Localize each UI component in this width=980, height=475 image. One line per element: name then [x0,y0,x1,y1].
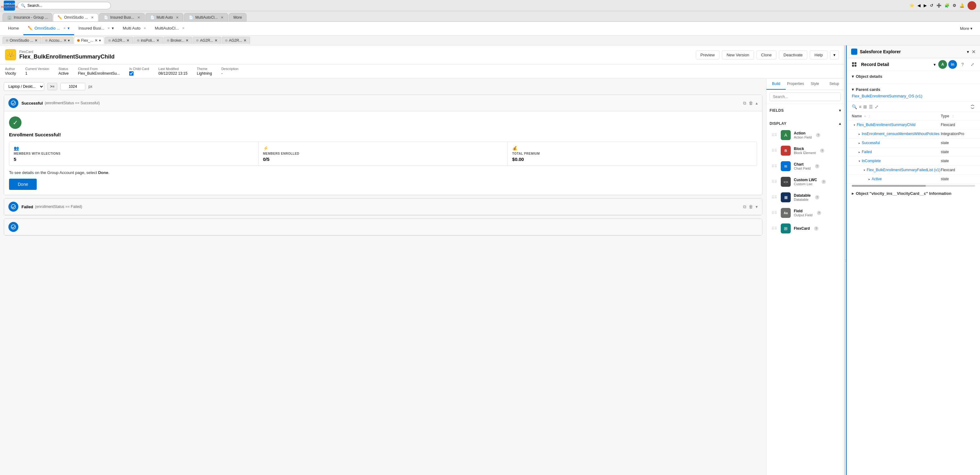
extension-icon[interactable]: 🧩 [945,3,950,8]
node-name-incomplete[interactable]: InComplete [862,159,941,163]
lwc-help-icon[interactable]: ? [821,180,826,184]
subtab-inspoli-close[interactable]: ✕ [156,38,159,43]
sf-subtab-ag2r3[interactable]: AG2R... ✕ [222,37,250,44]
new-version-button[interactable]: New Version [722,51,754,59]
object-details-header[interactable]: ▾ Object details [852,74,975,79]
block-help-icon[interactable]: ? [820,148,824,153]
explorer-dropdown[interactable]: ▾ [967,49,969,54]
toggle-failed[interactable]: ▸ [857,149,862,154]
browser-tab-more[interactable]: More [229,13,247,21]
tree-columns-icon[interactable]: ⊞ [863,104,867,109]
tree-list-icon[interactable]: ☰ [869,104,873,109]
tree-row-successful[interactable]: ▸ Successful state [847,138,980,148]
sf-nav-tab-multiautocl[interactable]: MultiAutoCl... ✕ [150,22,189,35]
sf-subtab-flex[interactable]: Flex_... ✕ ▾ [74,37,104,44]
tab-close-multiautocl[interactable]: ✕ [221,16,224,20]
browser-tab-multiautocl[interactable]: 📄 MultiAutoCl... ✕ [184,13,228,21]
deactivate-button[interactable]: Deactivate [779,51,807,59]
chart-help-icon[interactable]: ? [815,164,819,168]
user-avatar[interactable] [967,1,976,10]
parent-card-link[interactable]: Flex_BulkEnrollmentSummary_OS (v1) [852,94,923,98]
tree-scrollbar[interactable] [852,185,975,187]
build-tab-properties[interactable]: Properties [786,78,805,90]
parent-cards-header[interactable]: ▾ Parent cards [852,87,975,92]
breakpoint-value-input[interactable] [60,83,85,90]
copy-icon-successful[interactable]: ⧉ [743,100,746,106]
record-detail-dropdown[interactable]: ▾ [934,62,936,67]
subtab-flex-dropdown[interactable]: ▾ [99,38,101,43]
nav-back-icon[interactable]: ◀ [918,3,921,8]
toggle-ins[interactable]: ▸ [857,131,862,136]
build-item-chart[interactable]: ⠿⠿ ≋ Chart Chart Field ? [770,159,841,174]
is-child-checkbox[interactable] [129,71,134,76]
browser-tab-insured[interactable]: 📄 Insured Busi... ✕ [99,13,145,21]
build-search-input[interactable] [770,92,841,101]
action-help-icon[interactable]: ? [816,133,820,137]
tab-close-omnistudio[interactable]: ✕ [91,16,94,20]
drag-handle-flexcard[interactable]: ⠿⠿ [772,226,777,230]
tree-fullscreen-icon[interactable]: ⤢ [875,104,878,109]
build-tab-build[interactable]: Build [767,78,786,90]
sf-subtab-ag2r2[interactable]: AG2R... ✕ [193,37,221,44]
settings-icon[interactable]: ⚙ [953,3,956,8]
drag-handle-action[interactable]: ⠿⠿ [772,133,777,137]
explorer-close-button[interactable]: ✕ [972,49,976,55]
node-name-ins[interactable]: InsEnrollment_censusMembersWithoutPolcii… [862,132,941,136]
build-item-datatable[interactable]: ⠿⠿ ▦ Datatable Datatable ? [770,190,841,205]
subtab-accou-close[interactable]: ✕ [64,38,67,43]
nav-tab-omnistudio-dropdown[interactable]: ▾ [68,26,70,30]
sf-subtab-omnistudio2[interactable]: OmniStudio ... ✕ [3,37,41,44]
fullscreen-icon[interactable]: ⤢ [968,60,977,69]
tree-row-active[interactable]: ▸ Active state [847,175,980,184]
browser-tab-omnistudio[interactable]: ✏️ OmniStudio ... ✕ [53,13,99,21]
toggle-incomplete[interactable]: ▾ [857,159,862,164]
tree-row-ins[interactable]: ▸ InsEnrollment_censusMembersWithoutPolc… [847,129,980,138]
tree-collapse-all[interactable] [970,104,975,109]
sf-subtab-ag2r[interactable]: AG2R... ✕ [105,37,133,44]
drag-handle-datatable[interactable]: ⠿⠿ [772,195,777,200]
sf-nav-tab-omnistudio[interactable]: ✏️ OmniStudio ... ✕ ▾ [23,22,74,35]
node-name-active[interactable]: Active [872,177,941,181]
name-options-icon[interactable]: ⋮ [868,114,871,118]
subtab-ag2r3-close[interactable]: ✕ [243,38,247,43]
node-name-successful[interactable]: Successful [862,141,941,145]
drag-handle-chart[interactable]: ⠿⠿ [772,164,777,168]
tree-row-incomplete[interactable]: ▾ InComplete state [847,157,980,165]
notification-icon[interactable]: 🔔 [959,3,964,8]
name-sort-icon[interactable]: ≡ [864,114,866,118]
browser-tab-insurance[interactable]: 🏢 Insurance - Group ... [3,13,52,21]
node-name-root[interactable]: Flex_BulkEnrollmentSummaryChild [857,122,941,127]
subtab-flex-close[interactable]: ✕ [95,38,98,43]
build-item-action[interactable]: ⠿⠿ A Action Action Field ? [770,128,841,143]
build-item-block[interactable]: ⠿⠿ B Block Block Element ? [770,143,841,158]
toggle-successful[interactable]: ▸ [857,140,862,145]
more-options-button[interactable]: ▾ [830,51,839,59]
toggle-root[interactable]: ▾ [852,122,857,127]
browser-search[interactable]: 🔍 Search... [18,2,111,10]
tree-row-failed[interactable]: ▸ Failed state [847,148,980,157]
tree-search-icon[interactable]: 🔍 [852,104,857,109]
delete-icon-failed[interactable]: 🗑 [749,204,753,209]
build-item-custom-lwc[interactable]: ⠿⠿ ≺≻ Custom LWC Custom Lwc ? [770,174,841,189]
drag-handle-field[interactable]: ⠿⠿ [772,211,777,215]
sf-nav-tab-home[interactable]: Home [4,22,23,35]
type-options-icon[interactable]: ⋮ [951,114,955,118]
display-section-header[interactable]: DISPLAY ▴ [770,119,841,128]
expand-icon-failed[interactable]: ▾ [756,204,758,209]
browser-tab-multiauto[interactable]: 📄 Multi Auto ✕ [145,13,184,21]
help-icon-toolbar[interactable]: ? [958,60,967,69]
tree-filter-icon[interactable]: ≡ [859,104,861,109]
nav-forward-icon[interactable]: ▶ [924,3,927,8]
obj-info-header[interactable]: ▸ Object "vlocity_ins__VlocityCard__c" I… [852,191,975,196]
build-tab-setup[interactable]: Setup [825,78,844,90]
sf-nav-tab-insured[interactable]: Insured Busi... ✕ ▾ [74,22,118,35]
subtab-broker-close[interactable]: ✕ [186,38,189,43]
copy-icon-failed[interactable]: ⧉ [743,204,746,210]
reload-icon[interactable]: ↺ [930,3,933,8]
add-tab-icon[interactable]: ➕ [936,3,942,8]
node-name-failed[interactable]: Failed [862,150,941,154]
flexcard-help-icon[interactable]: ? [814,226,818,230]
clone-button[interactable]: Clone [756,51,776,59]
nav-tab-insured-dropdown[interactable]: ▾ [112,26,114,30]
sf-nav-tab-multiauto[interactable]: Multi Auto ✕ [118,22,150,35]
